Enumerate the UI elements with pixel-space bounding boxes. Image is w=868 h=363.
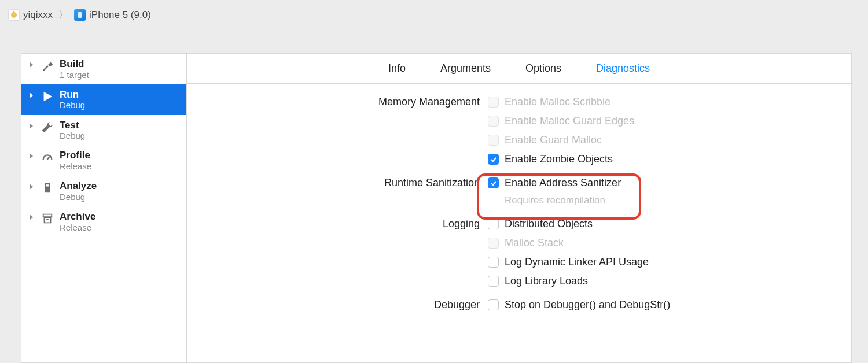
checkbox-label: Distributed Objects [505, 216, 593, 232]
tab-arguments[interactable]: Arguments [440, 62, 491, 75]
sidebar-item-sublabel: Debug [60, 131, 85, 140]
sidebar-item-analyze[interactable]: Analyze Debug [21, 176, 186, 206]
checkbox-label: Log Library Loads [505, 273, 588, 289]
sidebar-item-label: Build [60, 58, 89, 70]
section-label: Memory Management [198, 94, 488, 167]
breadcrumb-project-label: yiqixxx [23, 9, 53, 21]
checkbox-dyld-usage[interactable] [488, 257, 499, 268]
svg-rect-2 [45, 183, 50, 193]
analyze-icon [40, 180, 55, 195]
bug-icon [8, 9, 20, 21]
row-malloc-scribble: Enable Malloc Scribble [488, 94, 840, 110]
disclosure-triangle-icon[interactable] [28, 62, 35, 69]
row-asan-note: Requires recompilation [488, 194, 840, 208]
svg-rect-3 [46, 184, 49, 186]
checkbox-malloc-guard-edges[interactable] [488, 116, 499, 127]
section-label: Debugger [198, 297, 488, 313]
disclosure-triangle-icon[interactable] [28, 214, 35, 221]
row-library-loads: Log Library Loads [488, 273, 840, 289]
sidebar-item-label: Archive [60, 211, 95, 223]
disclosure-triangle-icon[interactable] [28, 184, 35, 191]
row-address-sanitizer: Enable Address Sanitizer [488, 175, 840, 191]
settings-pane: Memory Management Enable Malloc Scribble… [187, 84, 851, 329]
scheme-panel: Build 1 target Run Debug T [21, 53, 852, 363]
play-icon [40, 89, 55, 104]
sidebar-item-label: Profile [60, 150, 91, 161]
sidebar-item-sublabel: 1 target [60, 70, 89, 80]
row-malloc-guard-edges: Enable Malloc Guard Edges [488, 113, 840, 129]
checkbox-malloc-stack[interactable] [488, 238, 499, 249]
chevron-right-icon: 〉 [58, 8, 68, 21]
sidebar-item-sublabel: Release [60, 161, 91, 171]
disclosure-triangle-icon[interactable] [28, 153, 35, 160]
section-memory: Memory Management Enable Malloc Scribble… [198, 94, 840, 167]
wrench-icon [40, 120, 55, 135]
row-guard-malloc: Enable Guard Malloc [488, 132, 840, 148]
breadcrumb-device[interactable]: iPhone 5 (9.0) [74, 9, 151, 21]
hammer-icon [40, 58, 55, 73]
sidebar-item-build[interactable]: Build 1 target [21, 54, 186, 84]
disclosure-triangle-icon[interactable] [28, 92, 35, 99]
checkbox-label: Enable Address Sanitizer [505, 175, 621, 191]
checkbox-distributed-objects[interactable] [488, 218, 499, 229]
checkbox-label: Enable Malloc Scribble [505, 94, 610, 110]
checkbox-label: Enable Guard Malloc [505, 132, 602, 148]
sidebar-item-sublabel: Debug [60, 192, 97, 202]
breadcrumb: yiqixxx 〉 iPhone 5 (9.0) [0, 0, 868, 29]
sidebar: Build 1 target Run Debug T [21, 54, 187, 362]
checkbox-label: Malloc Stack [505, 235, 564, 251]
checkbox-library-loads[interactable] [488, 276, 499, 287]
tab-diagnostics[interactable]: Diagnostics [596, 62, 650, 75]
gauge-icon [40, 150, 55, 165]
sidebar-item-archive[interactable]: Archive Release [21, 206, 186, 237]
checkbox-label: Enable Zombie Objects [505, 151, 613, 167]
section-label: Logging [198, 216, 488, 289]
row-distributed-objects: Distributed Objects [488, 216, 840, 232]
section-debugger: Debugger Stop on Debugger() and DebugStr… [198, 297, 840, 313]
sidebar-item-test[interactable]: Test Debug [21, 115, 186, 146]
device-icon [74, 9, 86, 21]
row-dyld-usage: Log Dynamic Linker API Usage [488, 254, 840, 270]
tab-bar: Info Arguments Options Diagnostics [187, 54, 851, 84]
checkbox-label: Log Dynamic Linker API Usage [505, 254, 649, 270]
checkbox-address-sanitizer[interactable] [488, 177, 499, 188]
section-runtime: Runtime Sanitization Enable Address Sani… [198, 175, 840, 208]
breadcrumb-device-label: iPhone 5 (9.0) [89, 9, 151, 21]
checkbox-label: Stop on Debugger() and DebugStr() [505, 297, 670, 313]
section-label: Runtime Sanitization [198, 175, 488, 208]
section-logging: Logging Distributed Objects Malloc Stack… [198, 216, 840, 289]
archive-icon [40, 211, 55, 226]
sidebar-item-profile[interactable]: Profile Release [21, 145, 186, 176]
sidebar-item-label: Test [60, 120, 85, 131]
sidebar-item-sublabel: Debug [60, 100, 85, 110]
checkbox-zombie-objects[interactable] [488, 154, 499, 165]
row-stop-on-debugger: Stop on Debugger() and DebugStr() [488, 297, 840, 313]
checkbox-stop-on-debugger[interactable] [488, 299, 499, 310]
sidebar-item-label: Analyze [60, 180, 97, 192]
row-malloc-stack: Malloc Stack [488, 235, 840, 251]
row-zombie-objects: Enable Zombie Objects [488, 151, 840, 167]
note-text: Requires recompilation [505, 193, 605, 208]
breadcrumb-project[interactable]: yiqixxx [8, 9, 53, 21]
disclosure-triangle-icon[interactable] [28, 123, 35, 130]
sidebar-item-label: Run [60, 89, 85, 101]
checkbox-guard-malloc[interactable] [488, 135, 499, 146]
tab-info[interactable]: Info [388, 62, 406, 75]
svg-rect-1 [78, 12, 82, 18]
checkbox-malloc-scribble[interactable] [488, 97, 499, 108]
sidebar-item-run[interactable]: Run Debug [21, 84, 186, 115]
sidebar-item-sublabel: Release [60, 223, 95, 232]
content-area: Info Arguments Options Diagnostics Memor… [187, 54, 851, 362]
tab-options[interactable]: Options [525, 62, 561, 75]
checkbox-label: Enable Malloc Guard Edges [505, 113, 634, 129]
